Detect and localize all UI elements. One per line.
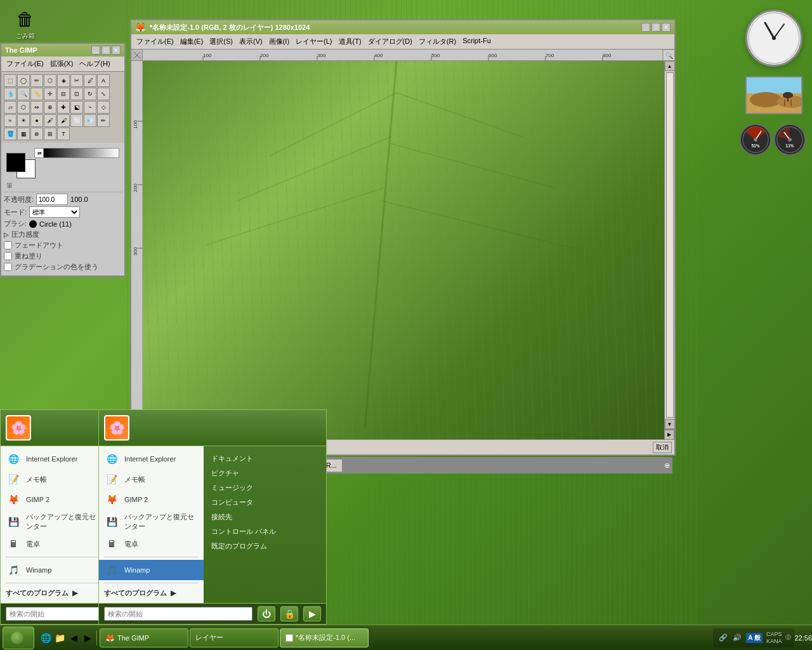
gimp-main-menu-view[interactable]: 表示(V) — [237, 36, 265, 48]
gimp-menu-file[interactable]: ファイル(E) — [4, 58, 46, 70]
tool-smudge[interactable]: ≈ — [4, 114, 16, 127]
gimp-main-maximize[interactable]: □ — [652, 23, 660, 32]
tool-crop[interactable]: ⊡ — [70, 88, 83, 100]
tool-burn[interactable]: ● — [30, 114, 43, 127]
gimp-main-menu-file[interactable]: ファイル(E) — [134, 36, 176, 48]
gimp-toolbox-maximize[interactable]: □ — [102, 46, 110, 55]
gimp-main-menu-image[interactable]: 画像(I) — [266, 36, 292, 48]
tool-eraser[interactable]: ⬜ — [70, 114, 83, 127]
tool-fill[interactable]: 🪣 — [4, 128, 16, 140]
tool-paintbrush[interactable]: 🖌 — [57, 114, 70, 127]
more-button-2[interactable]: ▶ — [303, 606, 321, 621]
gradient-checkbox[interactable] — [4, 263, 12, 271]
scroll-down-btn[interactable]: ▼ — [665, 419, 675, 429]
tool-align[interactable]: ⊟ — [57, 88, 70, 100]
tab-expand[interactable]: ⊕ — [664, 461, 670, 470]
tool-rotate[interactable]: ↻ — [84, 88, 96, 100]
ime-indicator[interactable]: A 般 — [746, 633, 763, 643]
ql-ie-icon[interactable]: 🌐 — [39, 632, 52, 644]
scroll-up-btn[interactable]: ▲ — [665, 61, 675, 71]
tool-measure[interactable]: 📏 — [30, 88, 43, 100]
power-button-2[interactable]: ⏻ — [258, 606, 275, 621]
taskbar-layers-window[interactable]: レイヤー — [190, 628, 278, 647]
tool-airbrush[interactable]: 💨 — [84, 114, 96, 127]
tool-zoom[interactable]: 🔍 — [17, 88, 30, 100]
tool-dodge[interactable]: ☀ — [17, 114, 30, 127]
sm-item-notepad-1[interactable]: 📝 メモ帳 — [1, 469, 105, 489]
sm-item-ie-1[interactable]: 🌐 Internet Explorer — [1, 449, 105, 469]
ql-nav-right[interactable]: ▶ — [81, 632, 94, 644]
foreground-color[interactable] — [6, 153, 25, 172]
tool-pencil[interactable]: ✏ — [97, 114, 110, 127]
scroll-right-btn[interactable]: ▶ — [664, 430, 674, 440]
gimp-main-minimize[interactable]: _ — [641, 23, 650, 32]
gimp-main-menu-dialogs[interactable]: ダイアログ(D) — [365, 36, 415, 48]
tool-scissors[interactable]: ✂ — [70, 74, 83, 87]
tool-fuzzy-select[interactable]: ⬡ — [44, 74, 56, 87]
tool-clone[interactable]: ⊕ — [44, 101, 56, 114]
sm-right-pics-2[interactable]: ピクチャ — [206, 466, 324, 481]
gimp-toolbox-minimize[interactable]: _ — [91, 46, 100, 55]
tool-extra2[interactable]: ⊞ — [44, 128, 56, 140]
sm-item-backup-1[interactable]: 💾 バックアップと復元センター — [1, 510, 105, 534]
gimp-main-menu-edit[interactable]: 編集(E) — [178, 36, 206, 48]
sm-right-docs-2[interactable]: ドキュメント — [206, 451, 324, 466]
pressure-expand[interactable]: ▷ — [4, 231, 9, 238]
sm-item-calc-2[interactable]: 🖩 電卓 — [99, 534, 204, 554]
mode-select[interactable]: 標準 — [29, 206, 80, 218]
gimp-main-menu-select[interactable]: 選択(S) — [207, 36, 235, 48]
sm-item-winamp-2[interactable]: 🎵 Winamp — [99, 560, 204, 580]
tool-heal[interactable]: ✚ — [57, 101, 70, 114]
sm-all-programs-2[interactable]: すべてのプログラム ▶ — [99, 586, 204, 600]
tool-rect-select[interactable]: ⬚ — [4, 74, 16, 87]
tool-perspective[interactable]: ⬡ — [17, 101, 30, 114]
lock-button-2[interactable]: 🔒 — [280, 606, 298, 621]
tool-blur[interactable]: ~ — [84, 101, 96, 114]
tool-move[interactable]: ✛ — [44, 88, 56, 100]
sm-item-gimp-1[interactable]: 🦊 GIMP 2 — [1, 489, 105, 510]
opacity-input[interactable] — [36, 194, 68, 205]
gimp-main-menu-scriptfu[interactable]: Script-Fu — [460, 36, 494, 48]
tool-select-by-color[interactable]: ◈ — [57, 74, 70, 87]
tool-extra1[interactable]: ⊗ — [30, 128, 43, 140]
taskbar-gimp-window[interactable]: 🦊 The GIMP — [100, 628, 188, 647]
taskbar-image-window[interactable]: *名称未設定-1.0 (... — [280, 628, 369, 647]
gimp-toolbox-close[interactable]: × — [112, 46, 121, 55]
tool-free-select[interactable]: ✏ — [30, 74, 43, 87]
tool-flip[interactable]: ⇔ — [30, 101, 43, 114]
gimp-main-menu-filters[interactable]: フィルタ(R) — [416, 36, 459, 48]
ql-nav-left[interactable]: ◀ — [67, 632, 80, 644]
gimp-main-menu-layers[interactable]: レイヤー(L) — [293, 36, 334, 48]
start-search-input-1[interactable] — [6, 607, 110, 621]
start-button[interactable] — [3, 627, 34, 649]
sm-item-calc-1[interactable]: 🖩 電卓 — [1, 534, 105, 554]
sm-right-connect-2[interactable]: 接続先 — [206, 510, 324, 524]
tool-color-picker[interactable]: 💧 — [4, 88, 16, 100]
tool-sharpen[interactable]: ◇ — [97, 101, 110, 114]
sm-right-music-2[interactable]: ミュージック — [206, 481, 324, 495]
sm-item-gimp-2[interactable]: 🦊 GIMP 2 — [99, 489, 204, 510]
sm-item-winamp-1[interactable]: 🎵 Winamp — [1, 560, 105, 580]
sm-right-control-2[interactable]: コントロール パネル — [206, 524, 324, 539]
canvas-content[interactable] — [143, 61, 664, 439]
tray-volume-icon[interactable]: 🔊 — [732, 633, 742, 643]
tool-scale[interactable]: ⤡ — [97, 88, 110, 100]
cancel-button[interactable]: 取消 — [653, 442, 672, 453]
ql-folder-icon[interactable]: 📁 — [53, 632, 66, 644]
sm-right-computer-2[interactable]: コンピュータ — [206, 495, 324, 510]
sm-item-backup-2[interactable]: 💾 バックアップと復元センター — [99, 510, 204, 534]
sm-item-ie-2[interactable]: 🌐 Internet Explorer — [99, 449, 204, 469]
vertical-scrollbar[interactable]: ▲ ▼ — [664, 61, 674, 429]
overlap-checkbox[interactable] — [4, 252, 12, 260]
start-search-input-2[interactable] — [104, 607, 252, 621]
tool-shear[interactable]: ▱ — [4, 101, 16, 114]
tool-ink[interactable]: 🖋 — [44, 114, 56, 127]
tool-gradient[interactable]: ▦ — [17, 128, 30, 140]
tool-ellipse-select[interactable]: ◯ — [17, 74, 30, 87]
sm-all-programs-1[interactable]: すべてのプログラム ▶ — [1, 586, 105, 600]
gimp-menu-help[interactable]: ヘルプ(H) — [77, 58, 112, 70]
gimp-main-close[interactable]: × — [662, 23, 671, 32]
sm-right-default-2[interactable]: 既定のプログラム — [206, 539, 324, 554]
gimp-main-menu-tools[interactable]: 道具(T) — [336, 36, 364, 48]
tray-network-icon[interactable]: 🔗 — [718, 633, 728, 643]
